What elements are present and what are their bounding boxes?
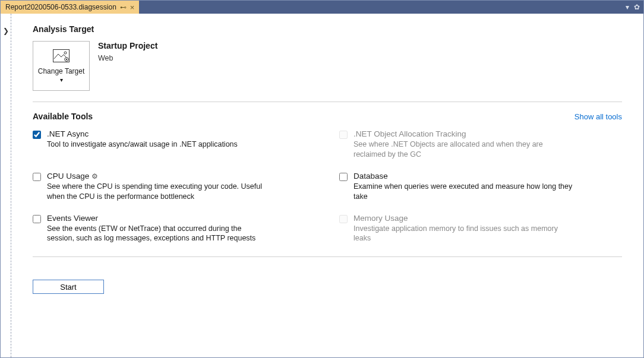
analysis-target-heading: Analysis Target: [33, 24, 622, 34]
start-button[interactable]: Start: [33, 280, 104, 294]
target-info: Startup Project Web: [98, 41, 157, 62]
tool-desc: See where .NET Objects are allocated and…: [353, 140, 573, 160]
change-target-label: Change Target: [36, 67, 87, 84]
chevron-right-icon: ❯: [3, 27, 9, 357]
show-all-tools-link[interactable]: Show all tools: [574, 112, 622, 121]
document-tab[interactable]: Report20200506-0533.diagsession ⊷ ×: [1, 1, 139, 14]
svg-point-1: [64, 52, 67, 54]
tool-desc: See where the CPU is spending time execu…: [47, 182, 267, 202]
tab-bar: Report20200506-0533.diagsession ⊷ × ▾ ✿: [1, 1, 643, 14]
collapse-gutter[interactable]: ❯: [1, 14, 11, 357]
tool-name: .NET Object Allocation Tracking: [353, 129, 573, 138]
dropdown-icon[interactable]: ▾: [626, 3, 629, 11]
change-target-button[interactable]: Change Target: [33, 41, 90, 91]
tool-events: Events Viewer See the events (ETW or Net…: [33, 214, 315, 244]
tool-net-alloc: .NET Object Allocation Tracking See wher…: [339, 129, 622, 160]
tabbar-controls: ▾ ✿: [626, 1, 640, 14]
tool-name: CPU Usage⚙: [47, 172, 267, 180]
tool-net-alloc-checkbox: [339, 131, 348, 139]
available-tools-heading: Available Tools: [33, 112, 93, 121]
svg-point-3: [66, 58, 67, 59]
tool-name: Memory Usage: [353, 214, 573, 223]
tool-memory-checkbox: [339, 215, 348, 223]
project-subtitle: Web: [98, 54, 157, 62]
tool-events-checkbox[interactable]: [33, 215, 41, 223]
main-content: Analysis Target Change Target Startup Pr…: [11, 14, 643, 357]
tool-desc: Tool to investigate async/await usage in…: [47, 140, 238, 150]
pin-icon[interactable]: ⊷: [120, 4, 127, 11]
tool-name: Events Viewer: [47, 214, 267, 223]
gear-icon[interactable]: ⚙: [91, 172, 98, 180]
divider: [33, 256, 622, 257]
tool-cpu: CPU Usage⚙ See where the CPU is spending…: [33, 172, 315, 202]
close-icon[interactable]: ×: [130, 3, 135, 12]
tool-database-checkbox[interactable]: [339, 173, 348, 181]
project-title: Startup Project: [98, 41, 157, 50]
tool-desc: Investigate application memory to find i…: [353, 224, 573, 244]
divider: [33, 102, 622, 102]
tool-desc: See the events (ETW or NetTrace) that oc…: [47, 224, 267, 244]
tab-title: Report20200506-0533.diagsession: [5, 3, 116, 11]
tool-name: Database: [353, 172, 573, 180]
tool-net-async-checkbox[interactable]: [33, 131, 41, 139]
tool-memory: Memory Usage Investigate application mem…: [339, 214, 622, 244]
tool-net-async: .NET Async Tool to investigate async/awa…: [33, 129, 315, 160]
gear-icon[interactable]: ✿: [634, 3, 640, 11]
tool-database: Database Examine when queries were execu…: [339, 172, 622, 202]
tool-desc: Examine when queries were executed and m…: [353, 182, 573, 202]
image-gear-icon: [53, 49, 70, 65]
tool-cpu-checkbox[interactable]: [33, 173, 41, 181]
tool-name: .NET Async: [47, 129, 238, 138]
